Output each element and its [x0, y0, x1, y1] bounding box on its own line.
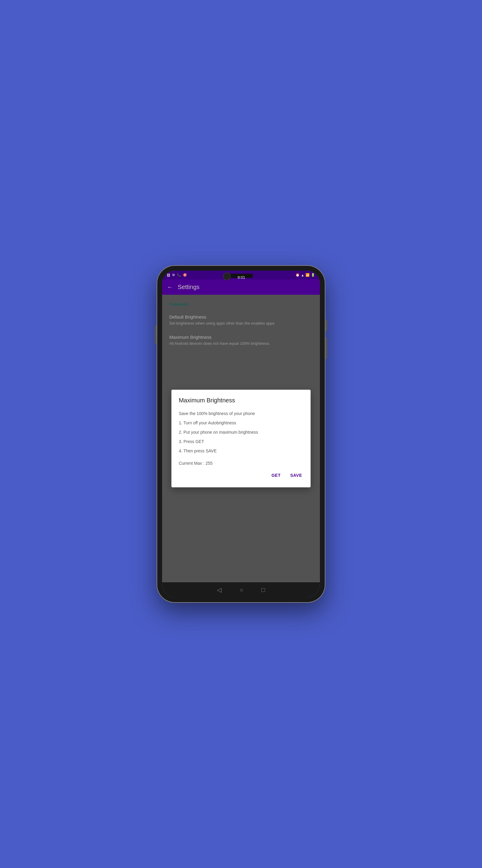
- app-bar: ← Settings: [162, 279, 320, 295]
- phone-device: 🖼 ⚙ 📞 🎯 9:01 ⏰ ▲ 📶 🔋 ← Settings Prefe: [157, 265, 325, 603]
- back-nav-icon[interactable]: ◁: [217, 586, 221, 593]
- target-icon: 🎯: [183, 273, 187, 277]
- status-time: 9:01: [237, 275, 245, 280]
- dialog-current-max: Current Max : 255: [179, 461, 303, 466]
- dialog-step-1: 1. Turn off your Autobrightness: [179, 419, 303, 427]
- save-button[interactable]: SAVE: [289, 470, 303, 480]
- back-button[interactable]: ←: [167, 284, 173, 290]
- status-left-icons: 🖼 ⚙ 📞 🎯: [167, 273, 187, 277]
- status-bar: 🖼 ⚙ 📞 🎯 9:01 ⏰ ▲ 📶 🔋: [162, 271, 320, 279]
- dialog-overlay: Maximum Brightness Save the 100% brightn…: [162, 295, 320, 582]
- recents-nav-icon[interactable]: □: [261, 587, 265, 593]
- status-right-icons: ⏰ ▲ 📶 🔋: [295, 273, 315, 277]
- dialog-step-2: 2. Put your phone on maximum brightness: [179, 429, 303, 436]
- app-title: Settings: [178, 284, 199, 290]
- dialog-step-4: 4. Then press SAVE: [179, 447, 303, 455]
- power-button-bottom: [325, 338, 327, 359]
- dialog-actions: GET SAVE: [179, 470, 303, 480]
- nav-bar: ◁ ○ □: [162, 582, 320, 597]
- phone-icon: 📞: [177, 273, 181, 277]
- alarm-icon: ⏰: [295, 273, 300, 277]
- maximum-brightness-dialog: Maximum Brightness Save the 100% brightn…: [171, 390, 310, 488]
- get-button[interactable]: GET: [270, 470, 282, 480]
- content-area: Preference Default Brightness Set bright…: [162, 295, 320, 582]
- image-icon: 🖼: [167, 273, 170, 277]
- volume-button: [155, 326, 157, 344]
- android-icon: ⚙: [172, 273, 175, 277]
- wifi-icon: ▲: [301, 273, 304, 277]
- signal-icon: 📶: [306, 273, 310, 277]
- battery-icon: 🔋: [311, 273, 315, 277]
- dialog-title: Maximum Brightness: [179, 397, 303, 404]
- dialog-intro: Save the 100% brightness of your phone: [179, 410, 303, 417]
- power-button-top: [325, 319, 327, 332]
- dialog-step-3: 3. Press GET: [179, 438, 303, 445]
- dialog-body: Save the 100% brightness of your phone 1…: [179, 410, 303, 455]
- home-nav-icon[interactable]: ○: [239, 587, 243, 593]
